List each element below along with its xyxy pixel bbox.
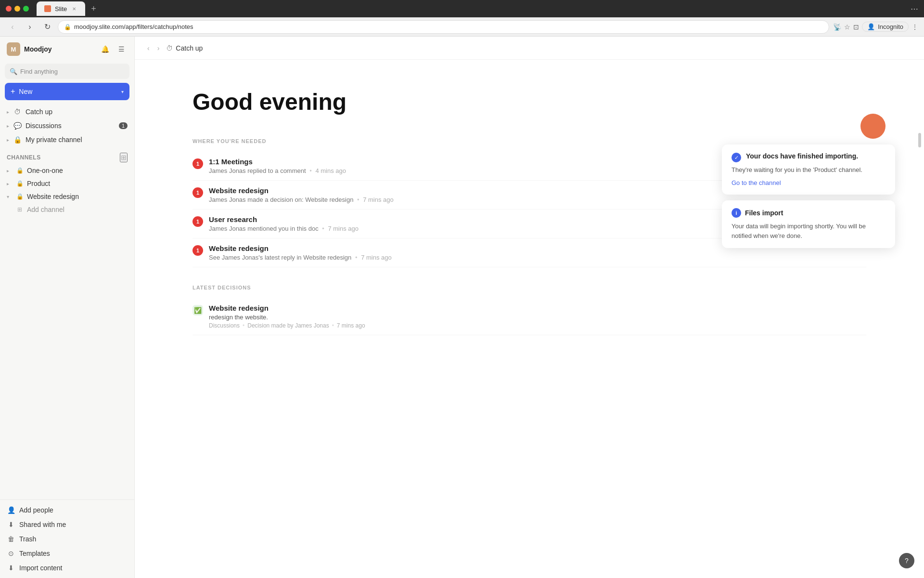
footer-item-trash[interactable]: 🗑 Trash: [3, 532, 131, 546]
greeting-heading: Good evening: [192, 89, 866, 115]
sidebar: M Moodjoy 🔔 ☰ 🔍 Find anything + New ▾ ▸ …: [0, 37, 135, 578]
add-channel-label: Add channel: [27, 206, 64, 213]
user-avatar: [860, 114, 886, 139]
decision-description: redesign the website.: [209, 314, 866, 321]
tab-title: Slite: [55, 5, 67, 13]
channel-expand-icon: ▸: [7, 168, 13, 173]
minimize-button[interactable]: [14, 6, 20, 12]
profile-pill[interactable]: 👤 Incognito: [862, 22, 909, 32]
sidebar-item-private-channel[interactable]: ▸ 🔒 My private channel: [3, 133, 131, 146]
menu-icon[interactable]: ⋮: [911, 23, 918, 31]
add-channel-icon-button[interactable]: ⊞: [120, 153, 128, 162]
notif-info-title: Files import: [745, 209, 783, 217]
new-button-label: New: [19, 88, 117, 95]
channel-label: Product: [27, 180, 50, 187]
channel-item-one-on-one[interactable]: ▸ 🔒 One-on-one: [3, 164, 131, 177]
sidebar-toggle-button[interactable]: ☰: [115, 43, 128, 55]
breadcrumb-text: Catch up: [176, 44, 203, 52]
sidebar-item-catch-up[interactable]: ▸ ⏱ Catch up: [3, 105, 131, 118]
channel-lock-icon: 🔒: [15, 167, 24, 174]
footer-item-templates[interactable]: ⊙ Templates: [3, 546, 131, 561]
tab-close-button[interactable]: ✕: [71, 5, 77, 12]
incognito-label: Incognito: [878, 23, 903, 30]
footer-item-add-people[interactable]: 👤 Add people: [3, 503, 131, 517]
templates-icon: ⊙: [7, 550, 15, 557]
notifications-button[interactable]: 🔔: [99, 43, 111, 55]
back-button[interactable]: ‹: [6, 20, 19, 34]
forward-nav-button[interactable]: ›: [154, 42, 163, 54]
files-import-notification: i Files import Your data will begin impo…: [722, 200, 895, 248]
import-content-label: Import content: [19, 564, 63, 572]
channel-expand-icon: ▸: [7, 181, 13, 186]
notif-info-body: Your data will begin importing shortly. …: [732, 222, 886, 240]
latest-decisions-label: LATEST DECISIONS: [192, 285, 866, 290]
catch-up-icon: ⏱: [13, 108, 22, 116]
discussions-label: Discussions: [26, 122, 115, 130]
workspace-avatar: M: [7, 42, 20, 56]
sidebar-header-icons: 🔔 ☰: [99, 43, 128, 55]
private-channel-label: My private channel: [26, 136, 128, 144]
import-finished-notification: ✓ Your docs have finished importing. The…: [722, 144, 895, 195]
shared-with-me-label: Shared with me: [19, 521, 66, 528]
channel-item-product[interactable]: ▸ 🔒 Product: [3, 177, 131, 190]
new-button[interactable]: + New ▾: [5, 83, 129, 100]
new-tab-button[interactable]: +: [87, 4, 100, 14]
sidebar-header: M Moodjoy 🔔 ☰: [0, 37, 134, 62]
bookmark-icon[interactable]: ☆: [844, 23, 850, 31]
channel-label: Website redesign: [27, 193, 79, 200]
back-nav-button[interactable]: ‹: [144, 42, 153, 54]
lock-icon: 🔒: [64, 24, 71, 30]
main-panel: ‹ › ⏱ Catch up Good evening WHERE YOU'RE…: [135, 37, 924, 578]
address-bar: ‹ › ↻ 🔒 moodjoy.slite.com/app/filters/ca…: [0, 17, 924, 37]
toolbar-nav: ‹ ›: [144, 42, 162, 54]
channel-lock-icon: 🔒: [15, 180, 24, 187]
activity-badge: 1: [192, 245, 203, 256]
help-button[interactable]: ?: [899, 553, 914, 568]
sidebar-item-discussions[interactable]: ▸ 💬 Discussions 1: [3, 119, 131, 132]
reload-button[interactable]: ↻: [40, 20, 54, 34]
close-button[interactable]: [6, 6, 12, 12]
decision-item[interactable]: ✅ Website redesign redesign the website.…: [192, 298, 866, 335]
add-channel-item[interactable]: ⊞ Add channel: [3, 203, 131, 216]
browser-extend-button[interactable]: ⋯: [911, 4, 918, 13]
decision-channel: Discussions: [209, 322, 240, 329]
footer-item-shared-with-me[interactable]: ⬇ Shared with me: [3, 517, 131, 532]
search-bar[interactable]: 🔍 Find anything: [5, 64, 129, 79]
expand-icon: ▸: [7, 137, 9, 143]
footer-item-import-content[interactable]: ⬇ Import content: [3, 561, 131, 575]
expand-icon: ▸: [7, 123, 9, 129]
private-channel-icon: 🔒: [13, 136, 22, 144]
channel-label: One-on-one: [27, 167, 63, 174]
breadcrumb: ⏱ Catch up: [166, 44, 203, 52]
activity-badge: 1: [192, 216, 203, 227]
maximize-button[interactable]: [23, 6, 29, 12]
scroll-indicator: [918, 133, 921, 147]
go-to-channel-link[interactable]: Go to the channel: [732, 179, 781, 186]
address-actions: 📡 ☆ ⊡ 👤 Incognito ⋮: [833, 22, 918, 32]
add-channel-icon: ⊞: [15, 206, 24, 213]
decision-by: Decision made by James Jonas: [247, 322, 329, 329]
forward-button[interactable]: ›: [23, 20, 37, 34]
split-view-icon[interactable]: ⊡: [853, 23, 859, 31]
expand-icon: ▸: [7, 109, 9, 115]
breadcrumb-icon: ⏱: [166, 44, 173, 52]
app-container: M Moodjoy 🔔 ☰ 🔍 Find anything + New ▾ ▸ …: [0, 37, 924, 578]
channel-item-website-redesign[interactable]: ▾ 🔒 Website redesign: [3, 190, 131, 203]
trash-label: Trash: [19, 535, 36, 543]
activity-badge: 1: [192, 187, 203, 198]
channel-expand-icon: ▾: [7, 194, 13, 199]
sidebar-nav: ▸ ⏱ Catch up ▸ 💬 Discussions 1 ▸ 🔒 My pr…: [0, 105, 134, 147]
workspace-name: Moodjoy: [24, 45, 95, 53]
main-toolbar: ‹ › ⏱ Catch up: [135, 37, 924, 60]
activity-description: See James Jonas's latest reply in Websit…: [209, 254, 866, 261]
shared-with-me-icon: ⬇: [7, 521, 15, 528]
activity-badge: 1: [192, 158, 203, 169]
url-bar[interactable]: 🔒 moodjoy.slite.com/app/filters/catchup/…: [58, 20, 829, 34]
decision-meta: Discussions • Decision made by James Jon…: [209, 322, 866, 329]
decision-time: 7 mins ago: [337, 322, 365, 329]
channel-lock-icon: 🔒: [15, 193, 24, 200]
notif-subtitle: They're waiting for you in the 'Product'…: [732, 166, 886, 173]
cast-icon[interactable]: 📡: [833, 23, 841, 31]
import-icon: ⬇: [7, 564, 15, 572]
active-tab[interactable]: Slite ✕: [37, 1, 85, 16]
